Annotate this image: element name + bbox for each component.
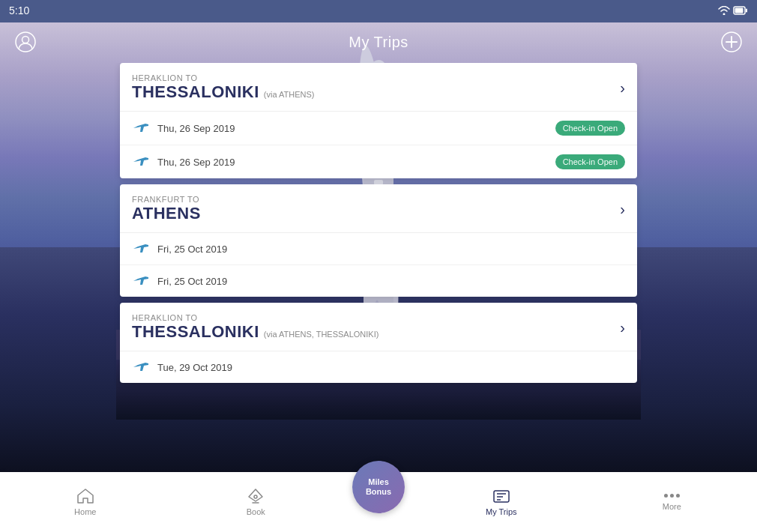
trip-arrow-3: › bbox=[620, 319, 625, 336]
trip-arrow-1: › bbox=[620, 79, 625, 97]
plane-icon bbox=[132, 121, 150, 135]
add-icon bbox=[721, 31, 742, 52]
flight-info-2-2: Fri, 25 Oct 2019 bbox=[132, 274, 227, 288]
trip-via-3: (via ATHENS, THESSALONIKI) bbox=[264, 330, 379, 339]
flight-row-1-2: Thu, 26 Sep 2019 Check-in Open bbox=[120, 145, 637, 178]
nav-book-label: Book bbox=[247, 507, 265, 516]
flight-row-1-1: Thu, 26 Sep 2019 Check-in Open bbox=[120, 112, 637, 145]
trip-title-group-1: HERAKLION to THESSALONIKI (via ATHENS) bbox=[132, 73, 620, 102]
more-dots bbox=[664, 494, 680, 498]
trip-header-2[interactable]: FRANKFURT to ATHENS › bbox=[120, 184, 637, 233]
trip-header-3[interactable]: HERAKLION to THESSALONIKI (via ATHENS, T… bbox=[120, 303, 637, 351]
plane-icon bbox=[132, 360, 150, 374]
profile-icon bbox=[15, 31, 36, 52]
flight-row-2-2: Fri, 25 Oct 2019 bbox=[120, 265, 637, 297]
nav-more[interactable]: More bbox=[587, 488, 758, 517]
nav-more-label: More bbox=[663, 502, 681, 511]
wifi-icon bbox=[718, 6, 730, 15]
flight-date-1-2: Thu, 26 Sep 2019 bbox=[157, 157, 235, 168]
flight-date-2-2: Fri, 25 Oct 2019 bbox=[157, 276, 227, 287]
trip-via-1: (via ATHENS) bbox=[264, 90, 315, 99]
battery-icon bbox=[733, 6, 748, 15]
trip-card-2: FRANKFURT to ATHENS › Fri, 25 Oct 2019 bbox=[120, 184, 637, 297]
plane-icon bbox=[132, 155, 150, 169]
trip-card-3: HERAKLION to THESSALONIKI (via ATHENS, T… bbox=[120, 303, 637, 383]
trip-from-2: FRANKFURT to bbox=[132, 195, 620, 204]
trips-content: HERAKLION to THESSALONIKI (via ATHENS) ›… bbox=[0, 63, 757, 472]
flight-date-2-1: Fri, 25 Oct 2019 bbox=[157, 244, 227, 255]
trip-destination-1: THESSALONIKI bbox=[132, 82, 259, 102]
add-button[interactable] bbox=[718, 28, 745, 55]
status-bar: 5:10 bbox=[0, 0, 757, 21]
nav-home[interactable]: Home bbox=[0, 482, 171, 522]
trip-card-1: HERAKLION to THESSALONIKI (via ATHENS) ›… bbox=[120, 63, 637, 178]
nav-my-trips[interactable]: My Trips bbox=[416, 482, 587, 522]
check-in-badge-1-1[interactable]: Check-in Open bbox=[555, 121, 625, 136]
bottom-nav: Home Book Miles Bonus My Trips bbox=[0, 472, 757, 532]
trip-title-group-3: HERAKLION to THESSALONIKI (via ATHENS, T… bbox=[132, 313, 620, 342]
flight-row-3-1: Tue, 29 Oct 2019 bbox=[120, 351, 637, 383]
flight-info-2-1: Fri, 25 Oct 2019 bbox=[132, 242, 227, 256]
trip-arrow-2: › bbox=[620, 201, 625, 218]
flight-row-2-1: Fri, 25 Oct 2019 bbox=[120, 233, 637, 265]
flight-info-1-2: Thu, 26 Sep 2019 bbox=[132, 155, 235, 169]
flight-info-1-1: Thu, 26 Sep 2019 bbox=[132, 121, 235, 135]
svg-point-29 bbox=[254, 495, 257, 498]
header: My Trips bbox=[0, 21, 757, 63]
status-time: 5:10 bbox=[9, 4, 29, 16]
flight-date-3-1: Tue, 29 Oct 2019 bbox=[157, 362, 232, 373]
status-icons bbox=[718, 6, 748, 15]
nav-my-trips-label: My Trips bbox=[486, 507, 517, 516]
trip-destination-3: THESSALONIKI bbox=[132, 322, 259, 342]
profile-button[interactable] bbox=[12, 28, 39, 55]
svg-point-25 bbox=[22, 37, 29, 43]
plane-icon bbox=[132, 274, 150, 288]
trip-header-1[interactable]: HERAKLION to THESSALONIKI (via ATHENS) › bbox=[120, 63, 637, 112]
miles-bonus-button[interactable]: Miles Bonus bbox=[352, 461, 405, 513]
header-title: My Trips bbox=[349, 34, 408, 51]
miles-bonus-text: Miles Bonus bbox=[366, 477, 391, 497]
nav-home-label: Home bbox=[74, 507, 96, 516]
book-icon bbox=[247, 488, 265, 504]
trip-from-3: HERAKLION to bbox=[132, 313, 620, 322]
trip-title-group-2: FRANKFURT to ATHENS bbox=[132, 195, 620, 223]
trips-icon bbox=[492, 488, 510, 504]
trip-from-1: HERAKLION to bbox=[132, 73, 620, 82]
flight-info-3-1: Tue, 29 Oct 2019 bbox=[132, 360, 232, 374]
plane-icon bbox=[132, 242, 150, 256]
home-icon bbox=[76, 488, 94, 504]
trip-destination-2: ATHENS bbox=[132, 204, 201, 223]
nav-miles-bonus[interactable]: Miles Bonus bbox=[341, 455, 416, 519]
check-in-badge-1-2[interactable]: Check-in Open bbox=[555, 154, 625, 169]
svg-rect-22 bbox=[735, 8, 744, 13]
nav-book[interactable]: Book bbox=[171, 482, 342, 522]
flight-date-1-1: Thu, 26 Sep 2019 bbox=[157, 123, 235, 134]
svg-rect-23 bbox=[746, 9, 747, 13]
